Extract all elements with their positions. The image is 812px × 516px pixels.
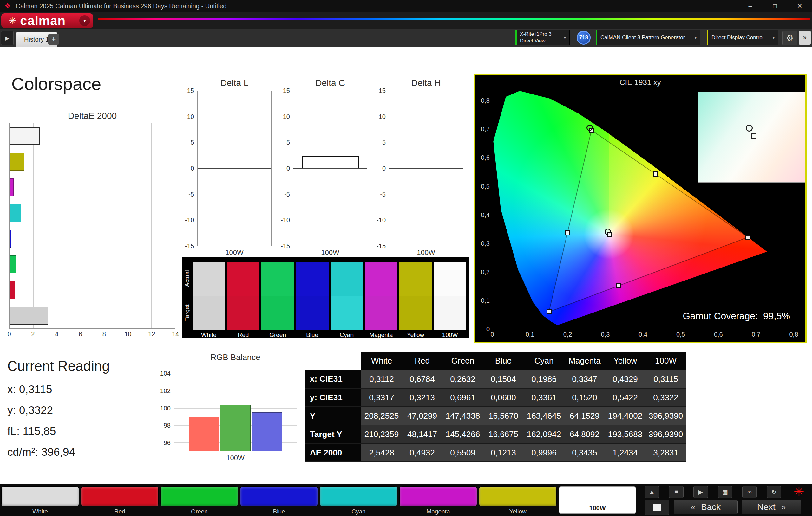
cie-xtick: 0 <box>490 331 494 338</box>
table-cell: 0,1213 <box>483 444 524 462</box>
display-control-dropdown[interactable]: Direct Display Control ▼ <box>707 30 778 45</box>
eject-button[interactable]: ▲ <box>644 486 659 498</box>
inset-target-marker <box>746 125 753 131</box>
rainbow-strip <box>98 18 810 20</box>
pattern-chip-cyan <box>320 486 398 507</box>
cie-xtick: 0,3 <box>601 331 610 338</box>
pattern-button-white[interactable]: White <box>1 486 79 515</box>
pattern-button-magenta[interactable]: Magenta <box>399 486 477 515</box>
swatch-label-magenta: Magenta <box>365 332 398 338</box>
close-button[interactable]: ✕ <box>787 0 812 12</box>
swatch-actual-blue <box>296 263 328 296</box>
calman-menu-button[interactable]: ✳ calman ▼ <box>1 13 93 28</box>
deltae-bar-100w <box>9 307 48 325</box>
pattern-button-100w[interactable]: 100W <box>558 486 636 514</box>
actual-row-label: Actual <box>184 263 191 295</box>
column-header-blue: Blue <box>483 352 524 370</box>
pattern-button-green[interactable]: Green <box>161 486 238 515</box>
deltae-xtick: 12 <box>148 331 155 338</box>
meter-dropdown[interactable]: X-Rite i1Pro 3 Direct View ▼ <box>515 30 570 45</box>
stop-button[interactable]: ■ <box>669 486 684 498</box>
gridline <box>293 168 367 169</box>
swatch-column-green: Green <box>261 263 294 338</box>
gridline <box>389 117 463 117</box>
delta-h-plot <box>389 91 463 246</box>
measurement-marker-magenta <box>616 283 621 288</box>
play-button[interactable]: ▶ <box>693 486 708 498</box>
display-control-name: Direct Display Control <box>712 34 768 41</box>
minimize-button[interactable]: – <box>738 0 762 12</box>
panel-expand-button[interactable]: ▶ <box>1 31 13 45</box>
measurement-marker-blue <box>547 309 552 314</box>
rgb-yaxis: 1041021009896 <box>154 365 174 451</box>
cie-ytick: 0,7 <box>476 125 490 133</box>
save-button[interactable]: ▦ <box>718 486 732 498</box>
pattern-button-yellow[interactable]: Yellow <box>479 486 557 515</box>
rgb-bar-green <box>220 405 251 451</box>
column-header-empty <box>306 352 361 370</box>
rgb-chart-title: RGB Balance <box>174 353 297 362</box>
swatch-column-yellow: Yellow <box>399 263 432 338</box>
rgb-bar-red <box>189 417 219 451</box>
cie-ytick: 0,1 <box>476 297 490 304</box>
table-cell: 0,3347 <box>564 370 605 388</box>
back-button[interactable]: « Back <box>674 500 738 514</box>
pattern-button-red[interactable]: Red <box>81 486 158 515</box>
pattern-chip-magenta <box>399 486 477 507</box>
deltae-bar-row-blue <box>9 226 175 252</box>
gamut-coverage-label: Gamut Coverage: <box>683 311 758 321</box>
column-header-cyan: Cyan <box>524 352 564 370</box>
meter-reading-badge[interactable]: 718 <box>577 31 590 45</box>
pattern-button-blue[interactable]: Blue <box>240 486 318 515</box>
next-button[interactable]: Next » <box>742 500 801 514</box>
table-cell: 0,4329 <box>605 370 645 388</box>
measurement-marker-100w <box>607 232 612 237</box>
refresh-button[interactable]: ↻ <box>766 486 781 498</box>
delta-charts: Delta L151050-5-10-15100WDelta C151050-5… <box>177 78 464 257</box>
cie-plot: Gamut Coverage: 99,5% 00,10,20,30,40,50,… <box>475 75 805 342</box>
table-cell: 0,1986 <box>524 370 564 388</box>
back-button-label: Back <box>701 502 721 512</box>
measurement-marker-yellow <box>653 172 658 177</box>
logo-caret-icon: ▼ <box>79 15 90 26</box>
swatch-actual-100w <box>434 263 466 296</box>
meter-mode: Direct View <box>520 38 560 44</box>
chevron-down-icon: ▼ <box>563 35 567 40</box>
chevron-down-icon: ▼ <box>772 35 776 40</box>
add-tab-button[interactable]: + <box>48 34 59 45</box>
collapse-toolbar-button[interactable]: » <box>799 31 811 45</box>
swatch-label-cyan: Cyan <box>330 332 363 338</box>
row-label: x: CIE31 <box>306 370 361 388</box>
pattern-window-button[interactable] <box>644 500 669 515</box>
gear-icon[interactable]: ⚙ <box>782 31 798 45</box>
pattern-button-cyan[interactable]: Cyan <box>320 486 398 515</box>
deltae-xtick: 0 <box>7 331 11 338</box>
deltae-bar-row-white <box>9 123 175 149</box>
table-cell: 163,4645 <box>524 407 564 425</box>
deltae-chart-title: DeltaE 2000 <box>9 111 175 121</box>
table-cell: 0,3213 <box>402 388 442 407</box>
delta-h-ytick: 0 <box>382 165 386 172</box>
gridline <box>389 246 463 246</box>
target-marker-green <box>586 125 593 131</box>
cie-xtick: 0,2 <box>563 331 572 338</box>
pattern-generator-name: CalMAN Client 3 Pattern Generator <box>601 34 691 41</box>
table-cell: 162,0942 <box>524 425 564 444</box>
delta-l-ytick: -15 <box>185 242 194 250</box>
pattern-chip-white <box>1 486 79 507</box>
results-table: WhiteRedGreenBlueCyanMagentaYellow100Wx:… <box>306 352 686 462</box>
meter-name: X-Rite i1Pro 3 <box>520 31 560 38</box>
swatch-actual-green <box>261 263 294 296</box>
table-cell: 0,0600 <box>483 388 524 407</box>
maximize-button[interactable]: □ <box>762 0 787 12</box>
pattern-generator-dropdown[interactable]: CalMAN Client 3 Pattern Generator ▼ <box>596 30 700 45</box>
gridline <box>198 143 271 143</box>
table-row: Y208,252547,0299147,433816,5670163,46456… <box>306 407 686 425</box>
swatch-target-magenta <box>365 296 398 330</box>
chevron-right-icon: » <box>781 503 786 512</box>
loop-button[interactable]: ∞ <box>742 486 757 498</box>
row-label: Target Y <box>306 425 361 444</box>
table-cell: 396,9390 <box>645 425 686 444</box>
table-cell: 0,6961 <box>442 388 483 407</box>
gridline <box>389 143 463 143</box>
